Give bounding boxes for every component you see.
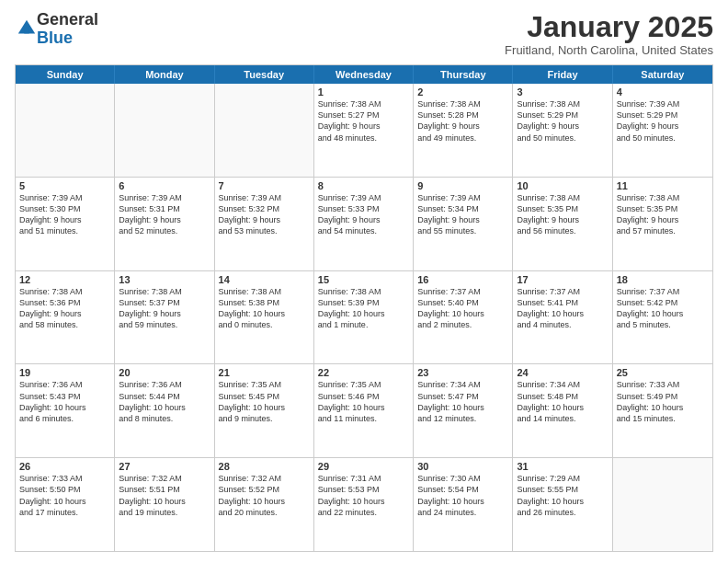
header-cell-saturday: Saturday	[613, 65, 712, 84]
day-number: 4	[617, 86, 709, 98]
day-content: Sunrise: 7:35 AM Sunset: 5:45 PM Dayligh…	[219, 379, 310, 424]
day-content: Sunrise: 7:37 AM Sunset: 5:42 PM Dayligh…	[617, 286, 709, 331]
day-cell-1: 1Sunrise: 7:38 AM Sunset: 5:27 PM Daylig…	[314, 84, 414, 177]
day-cell-26: 26Sunrise: 7:33 AM Sunset: 5:50 PM Dayli…	[16, 458, 115, 551]
day-number: 25	[617, 367, 709, 378]
calendar: SundayMondayTuesdayWednesdayThursdayFrid…	[15, 64, 713, 552]
day-number: 17	[517, 274, 608, 285]
day-content: Sunrise: 7:38 AM Sunset: 5:29 PM Dayligh…	[517, 98, 608, 144]
calendar-row-4: 19Sunrise: 7:36 AM Sunset: 5:43 PM Dayli…	[16, 364, 712, 458]
logo-text: General Blue	[37, 11, 98, 48]
day-cell-21: 21Sunrise: 7:35 AM Sunset: 5:45 PM Dayli…	[215, 364, 314, 457]
day-content: Sunrise: 7:29 AM Sunset: 5:55 PM Dayligh…	[517, 473, 608, 518]
day-number: 28	[219, 461, 310, 472]
day-content: Sunrise: 7:38 AM Sunset: 5:35 PM Dayligh…	[517, 192, 608, 237]
day-number: 20	[119, 367, 210, 378]
day-content: Sunrise: 7:39 AM Sunset: 5:33 PM Dayligh…	[318, 192, 409, 237]
day-content: Sunrise: 7:32 AM Sunset: 5:52 PM Dayligh…	[219, 473, 310, 518]
day-number: 16	[417, 274, 508, 285]
day-content: Sunrise: 7:35 AM Sunset: 5:46 PM Dayligh…	[318, 379, 409, 424]
day-number: 7	[219, 180, 310, 191]
day-number: 26	[19, 461, 110, 472]
day-number: 18	[617, 274, 709, 285]
day-number: 1	[318, 86, 409, 98]
day-content: Sunrise: 7:31 AM Sunset: 5:53 PM Dayligh…	[318, 473, 409, 518]
day-content: Sunrise: 7:34 AM Sunset: 5:48 PM Dayligh…	[517, 379, 608, 424]
day-cell-31: 31Sunrise: 7:29 AM Sunset: 5:55 PM Dayli…	[513, 458, 612, 551]
day-content: Sunrise: 7:39 AM Sunset: 5:31 PM Dayligh…	[119, 192, 210, 237]
day-number: 29	[318, 461, 409, 472]
day-content: Sunrise: 7:38 AM Sunset: 5:36 PM Dayligh…	[19, 286, 110, 331]
day-content: Sunrise: 7:37 AM Sunset: 5:41 PM Dayligh…	[517, 286, 608, 331]
day-cell-14: 14Sunrise: 7:38 AM Sunset: 5:38 PM Dayli…	[215, 271, 314, 364]
day-cell-13: 13Sunrise: 7:38 AM Sunset: 5:37 PM Dayli…	[115, 271, 214, 364]
day-number: 31	[517, 461, 608, 472]
day-cell-30: 30Sunrise: 7:30 AM Sunset: 5:54 PM Dayli…	[414, 458, 513, 551]
day-cell-9: 9Sunrise: 7:39 AM Sunset: 5:34 PM Daylig…	[414, 178, 513, 270]
calendar-body: 1Sunrise: 7:38 AM Sunset: 5:27 PM Daylig…	[16, 84, 712, 551]
day-number: 2	[417, 86, 508, 98]
day-cell-3: 3Sunrise: 7:38 AM Sunset: 5:29 PM Daylig…	[513, 84, 612, 177]
day-cell-11: 11Sunrise: 7:38 AM Sunset: 5:35 PM Dayli…	[613, 178, 712, 270]
day-number: 11	[617, 180, 709, 191]
logo-general: General	[37, 10, 98, 29]
logo: General Blue	[15, 11, 98, 48]
day-cell-25: 25Sunrise: 7:33 AM Sunset: 5:49 PM Dayli…	[613, 364, 712, 457]
day-cell-23: 23Sunrise: 7:34 AM Sunset: 5:47 PM Dayli…	[414, 364, 513, 457]
day-number: 8	[318, 180, 409, 191]
day-cell-17: 17Sunrise: 7:37 AM Sunset: 5:41 PM Dayli…	[513, 271, 612, 364]
empty-cell	[115, 84, 214, 177]
day-cell-27: 27Sunrise: 7:32 AM Sunset: 5:51 PM Dayli…	[115, 458, 214, 551]
day-number: 12	[19, 274, 110, 285]
day-number: 15	[318, 274, 409, 285]
calendar-row-3: 12Sunrise: 7:38 AM Sunset: 5:36 PM Dayli…	[16, 271, 712, 365]
header-cell-monday: Monday	[115, 65, 214, 84]
day-content: Sunrise: 7:38 AM Sunset: 5:37 PM Dayligh…	[119, 286, 210, 331]
day-cell-12: 12Sunrise: 7:38 AM Sunset: 5:36 PM Dayli…	[16, 271, 115, 364]
empty-cell	[613, 458, 712, 551]
day-cell-24: 24Sunrise: 7:34 AM Sunset: 5:48 PM Dayli…	[513, 364, 612, 457]
day-number: 23	[417, 367, 508, 378]
day-content: Sunrise: 7:36 AM Sunset: 5:44 PM Dayligh…	[119, 379, 210, 424]
day-number: 10	[517, 180, 608, 191]
day-number: 5	[19, 180, 110, 191]
header-cell-tuesday: Tuesday	[215, 65, 314, 84]
day-number: 27	[119, 461, 210, 472]
day-number: 21	[219, 367, 310, 378]
day-content: Sunrise: 7:38 AM Sunset: 5:27 PM Dayligh…	[318, 98, 409, 144]
day-cell-15: 15Sunrise: 7:38 AM Sunset: 5:39 PM Dayli…	[314, 271, 414, 364]
day-cell-19: 19Sunrise: 7:36 AM Sunset: 5:43 PM Dayli…	[16, 364, 115, 457]
page-header: General Blue January 2025 Fruitland, Nor…	[15, 11, 713, 57]
calendar-row-1: 1Sunrise: 7:38 AM Sunset: 5:27 PM Daylig…	[16, 84, 712, 178]
day-number: 24	[517, 367, 608, 378]
day-cell-29: 29Sunrise: 7:31 AM Sunset: 5:53 PM Dayli…	[314, 458, 414, 551]
day-number: 3	[517, 86, 608, 98]
calendar-header: SundayMondayTuesdayWednesdayThursdayFrid…	[16, 65, 712, 84]
empty-cell	[215, 84, 314, 177]
day-content: Sunrise: 7:38 AM Sunset: 5:35 PM Dayligh…	[617, 192, 709, 237]
empty-cell	[16, 84, 115, 177]
header-cell-thursday: Thursday	[414, 65, 513, 84]
day-cell-10: 10Sunrise: 7:38 AM Sunset: 5:35 PM Dayli…	[513, 178, 612, 270]
day-number: 9	[417, 180, 508, 191]
day-content: Sunrise: 7:39 AM Sunset: 5:30 PM Dayligh…	[19, 192, 110, 237]
day-content: Sunrise: 7:37 AM Sunset: 5:40 PM Dayligh…	[417, 286, 508, 331]
day-content: Sunrise: 7:32 AM Sunset: 5:51 PM Dayligh…	[119, 473, 210, 518]
day-content: Sunrise: 7:39 AM Sunset: 5:32 PM Dayligh…	[219, 192, 310, 237]
day-content: Sunrise: 7:34 AM Sunset: 5:47 PM Dayligh…	[417, 379, 508, 424]
day-content: Sunrise: 7:39 AM Sunset: 5:29 PM Dayligh…	[617, 98, 709, 144]
day-content: Sunrise: 7:39 AM Sunset: 5:34 PM Dayligh…	[417, 192, 508, 237]
day-number: 22	[318, 367, 409, 378]
logo-blue: Blue	[37, 29, 73, 47]
header-cell-wednesday: Wednesday	[314, 65, 414, 84]
day-content: Sunrise: 7:36 AM Sunset: 5:43 PM Dayligh…	[19, 379, 110, 424]
day-cell-7: 7Sunrise: 7:39 AM Sunset: 5:32 PM Daylig…	[215, 178, 314, 270]
day-cell-18: 18Sunrise: 7:37 AM Sunset: 5:42 PM Dayli…	[613, 271, 712, 364]
day-cell-16: 16Sunrise: 7:37 AM Sunset: 5:40 PM Dayli…	[414, 271, 513, 364]
day-cell-8: 8Sunrise: 7:39 AM Sunset: 5:33 PM Daylig…	[314, 178, 414, 270]
day-content: Sunrise: 7:33 AM Sunset: 5:49 PM Dayligh…	[617, 379, 709, 424]
location: Fruitland, North Carolina, United States	[505, 43, 713, 57]
day-number: 6	[119, 180, 210, 191]
calendar-page: General Blue January 2025 Fruitland, Nor…	[0, 0, 728, 563]
title-block: January 2025 Fruitland, North Carolina, …	[505, 11, 713, 57]
